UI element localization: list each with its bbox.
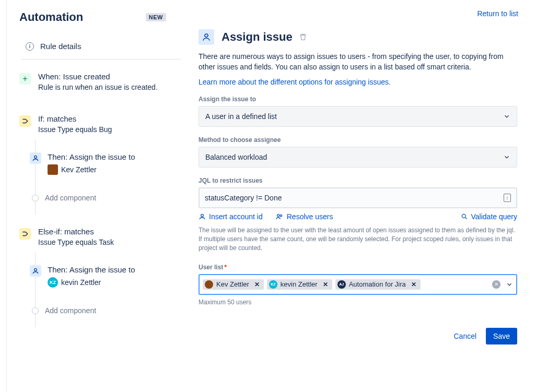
method-label: Method to choose assignee <box>199 136 517 144</box>
user-list-hint: Maximum 50 users <box>199 298 517 307</box>
if-body: If: matches Issue Type equals Bug <box>38 114 112 134</box>
method-select[interactable]: Balanced workload <box>199 147 517 168</box>
avatar <box>48 164 58 175</box>
svg-point-5 <box>280 215 282 217</box>
trigger-title: When: Issue created <box>38 72 158 81</box>
sidebar-header: Automation NEW <box>19 10 182 24</box>
jql-label: JQL to restrict issues <box>199 177 517 184</box>
add-dot-icon <box>32 195 39 201</box>
main-panel: Return to list Assign issue There are nu… <box>188 0 536 392</box>
jql-syntax-icon: ↕ <box>504 194 511 202</box>
trash-icon[interactable] <box>299 33 307 41</box>
then-body-1: Then: Assign the issue to Kev Zettler <box>48 152 135 175</box>
user-list-actions: ✕ <box>492 280 513 289</box>
add-dot-icon <box>32 307 39 314</box>
validate-query-label: Validate query <box>471 212 517 221</box>
svg-point-0 <box>34 156 37 158</box>
clear-all-icon[interactable]: ✕ <box>492 280 500 289</box>
elseif-body: Else-if: matches Issue Type equals Task <box>38 227 114 246</box>
sidebar: Automation NEW i Rule details + When: Is… <box>6 0 188 392</box>
elseif-sub: Issue Type equals Task <box>38 238 114 246</box>
then-step-2[interactable]: Then: Assign the issue to KZ kevin Zettl… <box>30 265 182 288</box>
user-chip[interactable]: KZ kevin Zettler ✕ <box>267 279 332 290</box>
jql-input[interactable]: statusCategory != Done ↕ <box>199 187 517 208</box>
elseif-children: Then: Assign the issue to KZ kevin Zettl… <box>35 253 182 327</box>
jql-link-row: Insert account id Resolve users Validate… <box>199 212 517 221</box>
remove-icon[interactable]: ✕ <box>409 281 418 288</box>
trigger-body: When: Issue created Rule is run when an … <box>38 72 158 91</box>
svg-point-1 <box>34 268 37 271</box>
trigger-step[interactable]: + When: Issue created Rule is run when a… <box>19 69 182 94</box>
elseif-title: Else-if: matches <box>38 227 114 236</box>
chevron-down-icon <box>503 153 510 161</box>
assign-to-value: A user in a defined list <box>205 112 277 121</box>
assign-icon <box>30 265 41 277</box>
assignee-name-2: kevin Zettler <box>61 278 101 287</box>
then-body-2: Then: Assign the issue to KZ kevin Zettl… <box>48 265 135 288</box>
save-button[interactable]: Save <box>486 328 517 345</box>
jql-value: statusCategory != Done <box>205 194 282 202</box>
assign-icon <box>30 152 41 164</box>
page-title: Automation <box>19 10 83 24</box>
user-chip-name: kevin Zettler <box>281 280 318 288</box>
learn-more-link[interactable]: Learn more about the different options f… <box>199 78 517 86</box>
add-component-label-1: Add component <box>45 194 96 202</box>
avatar: AJ <box>337 280 346 289</box>
then-assignee-1: Kev Zettler <box>48 164 135 175</box>
then-title-2: Then: Assign the issue to <box>48 265 135 274</box>
svg-point-6 <box>462 214 465 218</box>
if-title: If: matches <box>38 114 112 123</box>
add-component-2[interactable]: Add component <box>32 306 182 315</box>
new-badge: NEW <box>146 13 166 21</box>
insert-account-id-label: Insert account id <box>209 212 263 221</box>
add-component-label-2: Add component <box>45 306 96 315</box>
svg-point-4 <box>277 214 279 216</box>
svg-point-2 <box>205 34 208 37</box>
chevron-down-icon[interactable] <box>506 281 513 288</box>
add-component-1[interactable]: Add component <box>32 194 182 202</box>
if-sub: Issue Type equals Bug <box>38 125 112 134</box>
avatar <box>205 280 213 289</box>
footer-buttons: Cancel Save <box>199 328 517 345</box>
branch-icon <box>19 115 31 127</box>
panel-title: Assign issue <box>222 30 293 44</box>
avatar: KZ <box>269 280 277 289</box>
user-list-input[interactable]: Kev Zettler ✕ KZ kevin Zettler ✕ AJ Auto… <box>199 274 517 295</box>
plus-icon: + <box>19 73 31 85</box>
return-to-list-link[interactable]: Return to list <box>477 9 518 18</box>
info-icon: i <box>26 42 34 51</box>
user-list-label: User list* <box>199 264 517 271</box>
assignee-name-1: Kev Zettler <box>61 165 97 174</box>
trigger-sub: Rule is run when an issue is created. <box>38 83 158 91</box>
chevron-down-icon <box>503 113 510 120</box>
if-step[interactable]: If: matches Issue Type equals Bug <box>19 111 182 137</box>
assign-icon <box>199 29 214 45</box>
user-chip-name: Automation for Jira <box>349 280 406 288</box>
jql-helper-text: The issue will be assigned to the user w… <box>199 226 517 253</box>
then-assignee-2: KZ kevin Zettler <box>48 277 135 288</box>
validate-query-link[interactable]: Validate query <box>461 212 517 221</box>
user-chip[interactable]: Kev Zettler ✕ <box>203 279 264 290</box>
rule-details-label: Rule details <box>40 42 81 51</box>
resolve-users-label: Resolve users <box>287 212 333 221</box>
then-title-1: Then: Assign the issue to <box>48 152 135 161</box>
resolve-users-link[interactable]: Resolve users <box>275 212 333 221</box>
assign-to-select[interactable]: A user in a defined list <box>199 106 517 127</box>
elseif-step[interactable]: Else-if: matches Issue Type equals Task <box>19 224 182 250</box>
remove-icon[interactable]: ✕ <box>321 281 330 288</box>
rule-details-link[interactable]: i Rule details <box>21 39 182 60</box>
assign-to-label: Assign the issue to <box>199 96 517 103</box>
if-children: Then: Assign the issue to Kev Zettler Ad… <box>35 140 182 215</box>
branch-icon <box>19 228 31 240</box>
remove-icon[interactable]: ✕ <box>252 281 262 288</box>
user-chip-name: Kev Zettler <box>216 280 249 288</box>
user-chip[interactable]: AJ Automation for Jira ✕ <box>335 279 421 290</box>
avatar: KZ <box>48 277 58 288</box>
panel-header: Assign issue <box>199 29 517 45</box>
insert-account-id-link[interactable]: Insert account id <box>199 212 263 221</box>
then-step-1[interactable]: Then: Assign the issue to Kev Zettler <box>30 152 182 175</box>
panel-description: There are numerous ways to assign issues… <box>199 51 517 73</box>
svg-point-3 <box>201 214 204 217</box>
cancel-button[interactable]: Cancel <box>447 328 483 345</box>
method-value: Balanced workload <box>205 153 267 161</box>
